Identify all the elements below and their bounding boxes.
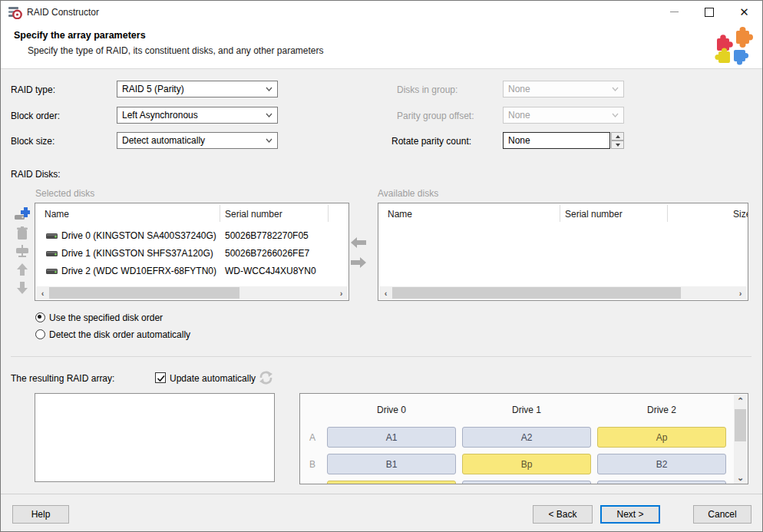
- help-button[interactable]: Help: [12, 505, 69, 524]
- chevron-down-icon: [266, 113, 272, 117]
- disk-icon: [46, 249, 58, 259]
- section-divider: [11, 356, 751, 357]
- block-order-combobox[interactable]: Left Asynchronous: [117, 107, 278, 124]
- scroll-up-icon[interactable]: ⌃: [734, 395, 747, 408]
- disk-icon: [46, 232, 58, 241]
- grid-col-drive1: Drive 1: [462, 405, 591, 415]
- parity-layout-grid: Drive 0 Drive 1 Drive 2 A A1 A2 Ap B B1 …: [299, 393, 748, 484]
- grid-block: A2: [462, 427, 591, 448]
- refresh-button[interactable]: [258, 371, 274, 385]
- page-title: Specify the array parameters: [14, 30, 146, 41]
- spinner-up-button[interactable]: [611, 132, 624, 140]
- grid-block: [462, 481, 591, 484]
- disk-serial: 50026B7266026FE7: [225, 248, 309, 259]
- rotate-parity-count-label: Rotate parity count:: [391, 136, 471, 147]
- grid-block: [327, 481, 456, 484]
- radio-detect-order[interactable]: [35, 329, 45, 339]
- scroll-left-icon[interactable]: ‹: [379, 286, 392, 299]
- minimize-button[interactable]: [657, 1, 692, 23]
- disk-icon: [46, 267, 58, 276]
- selected-col-name[interactable]: Name: [45, 209, 69, 220]
- block-size-combobox[interactable]: Detect automatically: [117, 132, 278, 149]
- update-automatically-checkbox[interactable]: [155, 372, 166, 383]
- radio-specified-order-label[interactable]: Use the specified disk order: [49, 312, 163, 323]
- empty-disk-button[interactable]: [15, 244, 30, 258]
- chevron-down-icon: [266, 87, 272, 91]
- radio-detect-order-label[interactable]: Detect the disk order automatically: [49, 329, 190, 340]
- disk-name: Drive 2 (WDC WD10EFRX-68FYTN0): [61, 266, 216, 276]
- raid-constructor-window: RAID Constructor ✕ Specify the array par…: [0, 0, 763, 532]
- check-icon: [156, 374, 167, 383]
- disks-in-group-label: Disks in group:: [397, 84, 457, 95]
- disk-toolbar: [15, 207, 30, 295]
- back-button[interactable]: < Back: [533, 505, 593, 524]
- rotate-parity-count-spinner: [611, 132, 624, 149]
- resulting-array-label: The resulting RAID array:: [11, 373, 114, 384]
- parity-group-offset-label: Parity group offset:: [397, 111, 474, 121]
- available-disks-caption: Available disks: [378, 188, 438, 199]
- selected-col-serial[interactable]: Serial number: [225, 209, 282, 220]
- scroll-left-icon[interactable]: ‹: [36, 286, 49, 299]
- raid-disks-label: RAID Disks:: [11, 169, 61, 180]
- block-size-label: Block size:: [11, 136, 54, 147]
- add-disk-button[interactable]: [15, 207, 30, 221]
- array-description-box: [35, 393, 275, 482]
- cancel-button[interactable]: Cancel: [693, 505, 751, 524]
- chevron-down-icon: [612, 87, 619, 91]
- scrollbar-thumb[interactable]: [735, 409, 746, 441]
- window-title: RAID Constructor: [27, 7, 99, 18]
- chevron-down-icon: [612, 113, 619, 117]
- selected-disks-caption: Selected disks: [35, 188, 94, 199]
- available-col-size[interactable]: Size: [733, 209, 748, 220]
- selected-disks-table: Name Serial number Drive 0 (KINGSTON SA4…: [35, 203, 349, 301]
- vertical-scrollbar[interactable]: ⌃ ⌄: [734, 395, 747, 484]
- move-right-button[interactable]: [351, 257, 366, 268]
- available-col-name[interactable]: Name: [388, 209, 412, 220]
- close-button[interactable]: ✕: [726, 1, 762, 23]
- disk-serial: WD-WCC4J4XU8YN0: [225, 266, 316, 276]
- horizontal-scrollbar[interactable]: ‹ ›: [36, 286, 348, 299]
- grid-block: A1: [327, 427, 456, 448]
- available-disks-table: Name Serial number Size ‹ ›: [378, 203, 748, 301]
- table-row[interactable]: Drive 0 (KINGSTON SA400S37240G) 50026B77…: [35, 226, 348, 244]
- remove-disk-button[interactable]: [15, 226, 30, 240]
- scroll-right-icon[interactable]: ›: [734, 286, 747, 299]
- parity-group-offset-value: None: [508, 110, 530, 121]
- grid-block: B2: [597, 454, 726, 474]
- puzzle-logo-icon: [711, 26, 754, 66]
- next-button[interactable]: Next >: [600, 505, 660, 524]
- grid-block: [597, 481, 726, 484]
- disks-in-group-value: None: [508, 84, 530, 94]
- maximize-button[interactable]: [692, 1, 726, 23]
- move-up-button[interactable]: [15, 263, 30, 276]
- move-left-button[interactable]: [351, 237, 366, 248]
- wizard-header: Specify the array parameters Specify the…: [1, 23, 762, 69]
- raid-type-label: RAID type:: [11, 84, 55, 95]
- raid-type-combobox[interactable]: RAID 5 (Parity): [117, 81, 278, 97]
- page-subtitle: Specify the type of RAID, its constituen…: [28, 45, 324, 56]
- footer-divider: [1, 494, 762, 494]
- disks-in-group-combobox: None: [503, 81, 624, 97]
- disk-name: Drive 0 (KINGSTON SA400S37240G): [61, 230, 216, 241]
- chevron-down-icon: [266, 138, 272, 143]
- update-automatically-label[interactable]: Update automatically: [170, 373, 256, 384]
- scrollbar-thumb[interactable]: [49, 287, 239, 299]
- scroll-right-icon[interactable]: ›: [335, 286, 348, 299]
- grid-block: B1: [327, 454, 456, 474]
- radio-specified-order[interactable]: [35, 312, 45, 322]
- spinner-down-button[interactable]: [611, 140, 624, 149]
- available-col-serial[interactable]: Serial number: [565, 209, 623, 220]
- scrollbar-thumb[interactable]: [392, 287, 681, 299]
- move-down-button[interactable]: [15, 281, 30, 295]
- app-icon: [8, 6, 22, 19]
- rotate-parity-count-input[interactable]: None: [503, 132, 610, 149]
- grid-block: Bp: [462, 454, 591, 474]
- grid-col-drive0: Drive 0: [327, 405, 456, 415]
- grid-row-label-a: A: [309, 432, 315, 443]
- scroll-down-icon[interactable]: ⌄: [734, 471, 747, 484]
- horizontal-scrollbar[interactable]: ‹ ›: [379, 286, 747, 299]
- table-row[interactable]: Drive 2 (WDC WD10EFRX-68FYTN0) WD-WCC4J4…: [35, 262, 348, 279]
- block-order-label: Block order:: [11, 111, 60, 121]
- rotate-parity-count-value: None: [508, 135, 530, 146]
- table-row[interactable]: Drive 1 (KINGSTON SHFS37A120G) 50026B726…: [35, 244, 348, 262]
